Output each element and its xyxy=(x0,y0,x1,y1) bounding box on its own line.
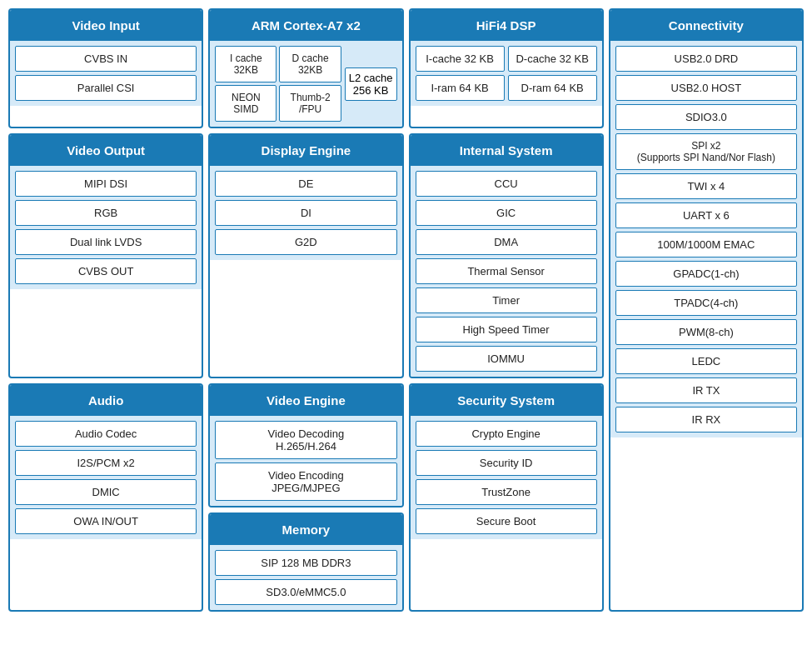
list-item: Security ID xyxy=(416,450,597,476)
list-item: TrustZone xyxy=(416,479,597,505)
video-input-header: Video Input xyxy=(10,10,202,41)
list-item: IR TX xyxy=(615,378,797,403)
display-engine-items: DE DI G2D xyxy=(210,166,401,260)
list-item: Crypto Engine xyxy=(416,421,597,447)
connectivity-block: Connectivity USB2.0 DRD USB2.0 HOST SDIO… xyxy=(609,8,804,612)
list-item: Timer xyxy=(416,288,597,313)
list-item: DMIC xyxy=(15,479,197,505)
list-item: MIPI DSI xyxy=(15,171,197,197)
video-input-items: CVBS IN Parallel CSI xyxy=(10,41,202,106)
list-item: D-cache 32 KB xyxy=(508,46,597,72)
internal-system-header: Internal System xyxy=(411,135,602,166)
memory-items: SIP 128 MB DDR3 SD3.0/eMMC5.0 xyxy=(210,545,401,610)
list-item: D cache 32KB xyxy=(279,46,341,82)
list-item: Dual link LVDS xyxy=(15,229,197,255)
list-item: DMA xyxy=(416,229,597,255)
arm-cortex-header: ARM Cortex-A7 x2 xyxy=(210,10,401,41)
connectivity-header: Connectivity xyxy=(610,10,802,41)
list-item: High Speed Timer xyxy=(416,317,597,342)
list-item: GPADC(1-ch) xyxy=(615,261,797,287)
list-item: Video Decoding H.265/H.264 xyxy=(215,421,396,459)
hifi4-inner: I-cache 32 KB D-cache 32 KB I-ram 64 KB … xyxy=(411,41,602,106)
connectivity-items: USB2.0 DRD USB2.0 HOST SDIO3.0 SPI x2 (S… xyxy=(610,41,802,438)
list-item: 100M/1000M EMAC xyxy=(615,232,797,258)
video-engine-items: Video Decoding H.265/H.264 Video Encodin… xyxy=(210,416,401,506)
list-item: CVBS OUT xyxy=(15,258,197,284)
audio-header: Audio xyxy=(10,385,202,416)
list-item: Thumb-2 /FPU xyxy=(279,85,341,122)
list-item: SPI x2 (Supports SPI Nand/Nor Flash) xyxy=(615,133,797,170)
list-item: IOMMU xyxy=(416,346,597,372)
list-item: PWM(8-ch) xyxy=(615,319,797,345)
list-item: DI xyxy=(215,200,396,226)
arm-cache-grid: I cache 32KB D cache 32KB NEON SIMD Thum… xyxy=(215,46,341,122)
list-item: TPADC(4-ch) xyxy=(615,290,797,316)
hifi4-row1: I-cache 32 KB D-cache 32 KB xyxy=(416,46,597,72)
list-item: I-ram 64 KB xyxy=(416,75,505,101)
list-item: OWA IN/OUT xyxy=(15,508,197,534)
list-item: DE xyxy=(215,171,396,197)
list-item: I-cache 32 KB xyxy=(416,46,505,72)
list-item: RGB xyxy=(15,200,197,226)
list-item: GIC xyxy=(416,200,597,226)
video-output-items: MIPI DSI RGB Dual link LVDS CVBS OUT xyxy=(10,166,202,289)
video-output-header: Video Output xyxy=(10,135,202,166)
security-system-header: Security System xyxy=(411,385,602,416)
list-item: LEDC xyxy=(615,348,797,374)
list-item: Thermal Sensor xyxy=(416,258,597,284)
memory-header: Memory xyxy=(210,514,401,545)
list-item: SD3.0/eMMC5.0 xyxy=(215,579,396,605)
diagram: Video Input CVBS IN Parallel CSI ARM Cor… xyxy=(8,8,804,612)
audio-block: Audio Audio Codec I2S/PCM x2 DMIC OWA IN… xyxy=(8,383,203,612)
arm-cortex-block: ARM Cortex-A7 x2 I cache 32KB D cache 32… xyxy=(208,8,403,128)
display-engine-header: Display Engine xyxy=(210,135,401,166)
list-item: SIP 128 MB DDR3 xyxy=(215,550,396,576)
video-engine-header: Video Engine xyxy=(210,385,401,416)
list-item: NEON SIMD xyxy=(215,85,276,122)
internal-system-items: CCU GIC DMA Thermal Sensor Timer High Sp… xyxy=(411,166,602,377)
display-engine-block: Display Engine DE DI G2D xyxy=(208,133,403,378)
list-item: USB2.0 HOST xyxy=(615,75,797,101)
hifi4-row2: I-ram 64 KB D-ram 64 KB xyxy=(416,75,597,101)
internal-system-block: Internal System CCU GIC DMA Thermal Sens… xyxy=(409,133,604,378)
list-item: SDIO3.0 xyxy=(615,104,797,130)
memory-block: Memory SIP 128 MB DDR3 SD3.0/eMMC5.0 xyxy=(208,512,403,612)
list-item: TWI x 4 xyxy=(615,173,797,199)
list-item: Audio Codec xyxy=(15,421,197,447)
list-item: USB2.0 DRD xyxy=(615,46,797,72)
arm-inner: I cache 32KB D cache 32KB NEON SIMD Thum… xyxy=(210,41,401,127)
video-input-block: Video Input CVBS IN Parallel CSI xyxy=(8,8,203,128)
list-item: Parallel CSI xyxy=(15,75,197,101)
audio-items: Audio Codec I2S/PCM x2 DMIC OWA IN/OUT xyxy=(10,416,202,539)
list-item: I cache 32KB xyxy=(215,46,276,82)
list-item: IR RX xyxy=(615,407,797,432)
list-item: Secure Boot xyxy=(416,508,597,534)
list-item: CCU xyxy=(416,171,597,197)
hifi4-header: HiFi4 DSP xyxy=(411,10,602,41)
video-output-block: Video Output MIPI DSI RGB Dual link LVDS… xyxy=(8,133,203,378)
list-item: Video Encoding JPEG/MJPEG xyxy=(215,462,396,501)
list-item: CVBS IN xyxy=(15,46,197,72)
security-system-block: Security System Crypto Engine Security I… xyxy=(409,383,604,612)
list-item: D-ram 64 KB xyxy=(508,75,597,101)
list-item: UART x 6 xyxy=(615,202,797,228)
hifi4-block: HiFi4 DSP I-cache 32 KB D-cache 32 KB I-… xyxy=(409,8,604,128)
list-item: G2D xyxy=(215,229,396,255)
list-item: I2S/PCM x2 xyxy=(15,450,197,476)
security-system-items: Crypto Engine Security ID TrustZone Secu… xyxy=(411,416,602,539)
video-engine-block: Video Engine Video Decoding H.265/H.264 … xyxy=(208,383,403,508)
arm-l2-cache: L2 cache 256 KB xyxy=(345,68,397,101)
